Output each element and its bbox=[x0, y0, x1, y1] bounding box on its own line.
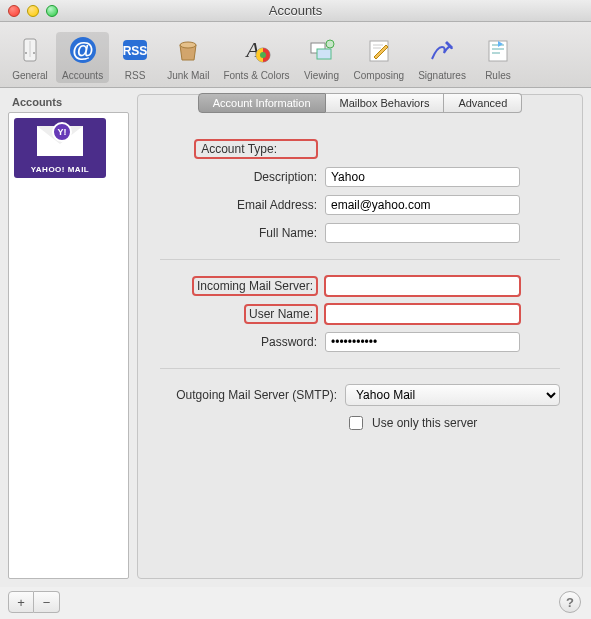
toolbar-item-rules[interactable]: Rules bbox=[474, 32, 522, 83]
at-icon: @ bbox=[67, 34, 99, 66]
trash-icon bbox=[172, 34, 204, 66]
toolbar-item-viewing[interactable]: Viewing bbox=[298, 32, 346, 83]
row-account-type: Account Type: bbox=[160, 137, 560, 161]
divider bbox=[160, 259, 560, 260]
row-full-name: Full Name: bbox=[160, 221, 560, 245]
account-brand: YAHOO! MAIL bbox=[31, 165, 90, 174]
rules-icon bbox=[482, 34, 514, 66]
row-smtp: Outgoing Mail Server (SMTP): Yahoo Mail bbox=[160, 383, 560, 407]
password-input[interactable] bbox=[325, 332, 520, 352]
toolbar-item-junk-mail[interactable]: Junk Mail bbox=[161, 32, 215, 83]
gear-icon bbox=[14, 34, 46, 66]
viewing-icon bbox=[306, 34, 338, 66]
toolbar-item-rss[interactable]: RSS RSS bbox=[111, 32, 159, 83]
main-content: Accounts Y! YAHOO! MAIL Account Informat… bbox=[0, 88, 591, 587]
minus-icon: − bbox=[43, 595, 51, 610]
toolbar-label: Fonts & Colors bbox=[223, 70, 289, 81]
sidebar-footer: + − bbox=[8, 591, 60, 613]
tabstrip: Account Information Mailbox Behaviors Ad… bbox=[138, 93, 582, 113]
label-smtp: Outgoing Mail Server (SMTP): bbox=[160, 388, 345, 402]
row-username: User Name: bbox=[160, 302, 560, 326]
use-only-label: Use only this server bbox=[372, 416, 477, 430]
label-description: Description: bbox=[160, 170, 325, 184]
label-full-name: Full Name: bbox=[160, 226, 325, 240]
toolbar-item-signatures[interactable]: Signatures bbox=[412, 32, 472, 83]
account-form: Account Type: Description: Email Address… bbox=[152, 125, 568, 447]
signature-icon bbox=[426, 34, 458, 66]
account-detail-panel: Account Information Mailbox Behaviors Ad… bbox=[137, 94, 583, 579]
label-password: Password: bbox=[160, 335, 325, 349]
label-username: User Name: bbox=[160, 305, 325, 323]
accounts-sidebar: Accounts Y! YAHOO! MAIL bbox=[8, 94, 129, 579]
help-button[interactable]: ? bbox=[559, 591, 581, 613]
use-only-checkbox[interactable] bbox=[349, 416, 363, 430]
toolbar-label: Accounts bbox=[62, 70, 103, 81]
row-use-only: Use only this server bbox=[160, 411, 560, 435]
accounts-list[interactable]: Y! YAHOO! MAIL bbox=[8, 112, 129, 579]
toolbar-label: Viewing bbox=[304, 70, 339, 81]
divider bbox=[160, 368, 560, 369]
titlebar: Accounts bbox=[0, 0, 591, 22]
svg-point-11 bbox=[260, 52, 266, 58]
account-tile[interactable]: Y! YAHOO! MAIL bbox=[14, 118, 106, 178]
label-email: Email Address: bbox=[160, 198, 325, 212]
toolbar-item-accounts[interactable]: @ Accounts bbox=[56, 32, 109, 83]
svg-point-8 bbox=[180, 42, 196, 48]
plus-icon: + bbox=[17, 595, 25, 610]
svg-point-2 bbox=[33, 52, 35, 54]
row-password: Password: bbox=[160, 330, 560, 354]
toolbar-item-fonts-colors[interactable]: A Fonts & Colors bbox=[217, 32, 295, 83]
row-incoming-server: Incoming Mail Server: bbox=[160, 274, 560, 298]
svg-text:@: @ bbox=[72, 37, 93, 62]
tab-mailbox-behaviors[interactable]: Mailbox Behaviors bbox=[326, 93, 445, 113]
help-icon: ? bbox=[566, 595, 574, 610]
tab-advanced[interactable]: Advanced bbox=[444, 93, 522, 113]
preferences-toolbar: General @ Accounts RSS RSS Junk Mail A bbox=[0, 22, 591, 88]
description-input[interactable] bbox=[325, 167, 520, 187]
window-title: Accounts bbox=[0, 3, 591, 18]
label-incoming-server: Incoming Mail Server: bbox=[160, 277, 325, 295]
rss-icon: RSS bbox=[119, 34, 151, 66]
row-email: Email Address: bbox=[160, 193, 560, 217]
sidebar-header: Accounts bbox=[8, 94, 129, 112]
toolbar-label: Signatures bbox=[418, 70, 466, 81]
label-account-type: Account Type: bbox=[160, 140, 325, 158]
add-account-button[interactable]: + bbox=[8, 591, 34, 613]
toolbar-item-general[interactable]: General bbox=[6, 32, 54, 83]
full-name-input[interactable] bbox=[325, 223, 520, 243]
smtp-select[interactable]: Yahoo Mail bbox=[345, 384, 560, 406]
toolbar-label: Composing bbox=[354, 70, 405, 81]
toolbar-label: Rules bbox=[485, 70, 511, 81]
tab-account-information[interactable]: Account Information bbox=[198, 93, 326, 113]
email-input[interactable] bbox=[325, 195, 520, 215]
yahoo-badge-icon: Y! bbox=[52, 122, 72, 142]
svg-point-14 bbox=[326, 40, 334, 48]
row-description: Description: bbox=[160, 165, 560, 189]
svg-point-1 bbox=[25, 52, 27, 54]
username-input[interactable] bbox=[325, 304, 520, 324]
toolbar-label: General bbox=[12, 70, 48, 81]
svg-text:RSS: RSS bbox=[123, 44, 148, 58]
svg-rect-15 bbox=[370, 41, 388, 61]
toolbar-label: RSS bbox=[125, 70, 146, 81]
compose-icon bbox=[363, 34, 395, 66]
svg-rect-13 bbox=[317, 49, 331, 59]
toolbar-label: Junk Mail bbox=[167, 70, 209, 81]
font-colors-icon: A bbox=[240, 34, 272, 66]
incoming-server-input[interactable] bbox=[325, 276, 520, 296]
toolbar-item-composing[interactable]: Composing bbox=[348, 32, 411, 83]
remove-account-button[interactable]: − bbox=[34, 591, 60, 613]
